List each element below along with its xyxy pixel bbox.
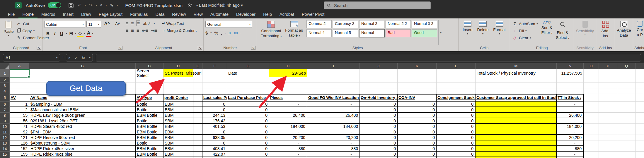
cell-tt-in-stock[interactable]: - [557,129,584,135]
style-normal[interactable]: Normal [359,29,384,37]
cell-profit-center[interactable]: SBM [163,118,193,124]
cell[interactable] [599,77,617,83]
increase-font-icon[interactable]: A˄ [102,21,112,28]
cell[interactable] [617,129,636,135]
cell[interactable] [584,124,599,129]
analyze-data-button[interactable]: AnalyzeData [615,20,633,45]
style-comma2[interactable]: Comma 2 [306,20,332,28]
cell-av-type[interactable]: EBM Bottle [136,135,163,140]
cell[interactable] [599,152,617,157]
cell[interactable] [360,77,398,83]
cell-tt-in-stock[interactable]: 184,000 [557,124,584,129]
cell-g1-date-label[interactable]: Date [227,69,269,77]
cell[interactable] [136,88,163,94]
select-all-corner[interactable] [0,63,10,69]
column-header-p[interactable]: P [599,63,617,69]
cell-on-hold[interactable]: 0 [360,152,398,157]
cell-av-type[interactable]: EBM Bottle [136,113,163,118]
row-number[interactable]: 12 [0,135,10,140]
conditional-formatting-button[interactable]: ConditionalFormatting ▾ [259,20,283,45]
cell-last-sales-price[interactable]: 638.05 [202,135,227,140]
cell[interactable] [584,102,599,107]
cell-profit-center[interactable]: EBM [163,152,193,157]
column-header-d[interactable]: D [163,63,193,69]
underline-button[interactable]: U [58,31,65,36]
autosave-toggle[interactable]: On [48,2,61,8]
cell[interactable] [269,83,307,88]
cell-av-type[interactable]: EBM Bottle [136,124,163,129]
cell-last-sales-price[interactable]: 244.13 [202,113,227,118]
cell-last-purchase-price[interactable]: 0 [227,124,269,129]
cell-av[interactable]: 71 [10,124,29,129]
cell[interactable] [227,88,269,94]
cell-av-type[interactable]: EBM Bottle [136,129,163,135]
accounting-format-icon[interactable]: $ [205,30,208,35]
cell-blank[interactable] [193,113,202,118]
column-header-m[interactable]: M [476,63,557,69]
cell[interactable] [617,94,636,102]
cell-av-name[interactable]: HDPE Resolve 96oz red [29,135,136,140]
cell[interactable] [10,88,29,94]
row-header-2[interactable]: 2 [0,77,10,83]
cell-m1-total-label[interactable]: Total Stock / Physical Invenotry [476,69,557,77]
cell-last-sales-price[interactable]: 176.42 [202,118,227,124]
clipboard-dialog-launcher-icon[interactable]: ↘ [37,46,41,50]
excel-logo-icon[interactable]: X [15,2,22,8]
cell-blank[interactable] [193,102,202,107]
cell-last-purchase-price[interactable]: 0 [227,118,269,124]
cell-last-purchase-price[interactable]: 0 [227,146,269,152]
header-profit-center[interactable]: profit Center [163,94,193,102]
redo-icon[interactable]: ↷ [89,3,93,8]
cell[interactable] [617,124,636,129]
cell-last-sales-price[interactable]: 408.41 [202,146,227,152]
header-av-type[interactable]: AV Type [136,94,163,102]
column-header-q[interactable]: Q [617,63,636,69]
header-last-sales-price[interactable]: Last sales Price [202,94,227,102]
cell-profit-center[interactable]: EBM [163,124,193,129]
cell[interactable] [617,135,636,140]
cell[interactable] [636,88,644,94]
cell-customer-scrap[interactable] [476,152,557,157]
column-header-o[interactable]: O [584,63,599,69]
cell-pieces[interactable]: 26,400 [269,113,307,118]
enter-icon[interactable]: ✓ [74,56,78,60]
bold-button[interactable]: B [44,31,52,36]
column-header-l[interactable]: L [437,63,476,69]
share-person-icon[interactable] [188,3,192,8]
cell-coa-inv[interactable]: 0 [398,124,437,129]
autosum-button[interactable]: ΣAutoSum ▾ [512,20,538,27]
cell-good-fg[interactable]: 26,400 [307,113,360,118]
wrap-text-button[interactable]: ↵ Wrap Text [162,21,184,26]
header-av[interactable]: AV [10,94,29,102]
cell-coa-inv[interactable]: 0 [398,129,437,135]
paste-button[interactable]: Paste▾ [2,20,16,45]
cell[interactable] [584,135,599,140]
insert-function-icon[interactable]: fx [82,55,85,60]
cell-av[interactable]: 92 [10,129,29,135]
cell-q1[interactable] [617,69,636,77]
cell-last-purchase-price[interactable]: 0 [227,152,269,157]
cell-pieces[interactable]: 880 [269,146,307,152]
cell[interactable] [584,88,599,94]
cell-profit-center[interactable]: EBM [163,135,193,140]
cell[interactable] [307,88,360,94]
cell-av-name[interactable]: HDPE Ridex 48oz blue [29,152,136,157]
cell-pieces[interactable]: - [269,129,307,135]
format-as-table-button[interactable]: Format asTable ▾ [283,20,305,45]
cell-consignment[interactable]: 0 [437,129,476,135]
column-header-j[interactable]: J [360,63,398,69]
cell-c1-server-select[interactable]: Server Select [136,69,163,77]
column-header-g[interactable]: G [227,63,269,69]
orientation-icon[interactable]: ab↗ [143,21,151,26]
cell-av[interactable]: 121 [10,135,29,140]
tab-home[interactable]: Home [18,12,38,18]
column-header-a[interactable]: A [10,63,29,69]
cell-customer-scrap[interactable] [476,129,557,135]
cell-profit-center[interactable]: EBM [163,146,193,152]
cell-last-sales-price[interactable]: 0 [202,107,227,113]
cell-i1[interactable] [307,69,360,77]
cell-av-name[interactable]: HDPE Steam 48oz red [29,124,136,129]
cell-j1[interactable] [360,69,398,77]
cell[interactable] [163,83,193,88]
tab-page-layout[interactable]: Page Layout [95,12,126,18]
